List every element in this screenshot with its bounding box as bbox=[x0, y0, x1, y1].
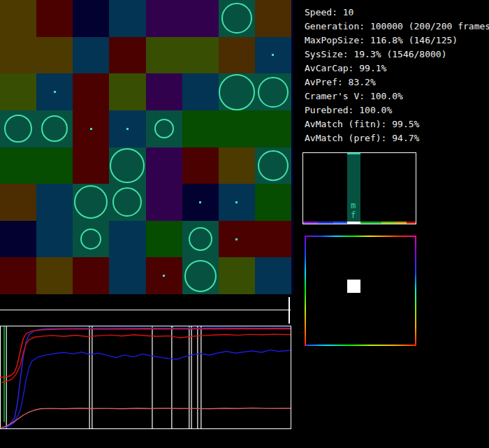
grid-cell bbox=[109, 184, 145, 221]
grid-cell bbox=[146, 73, 182, 110]
grid-cell bbox=[219, 37, 255, 74]
grid-cell bbox=[109, 37, 145, 74]
population-bar: m f bbox=[347, 153, 360, 222]
organism-dot bbox=[126, 128, 129, 130]
trait-hue-strip bbox=[303, 222, 416, 224]
population-marker-square bbox=[347, 280, 360, 293]
organism-dot bbox=[272, 54, 274, 56]
grid-cell bbox=[0, 73, 36, 110]
grid-cell bbox=[146, 147, 182, 185]
grid-cell bbox=[73, 110, 109, 147]
grid-cell bbox=[182, 147, 219, 185]
simulation-world-grid[interactable] bbox=[0, 0, 291, 294]
grid-cell bbox=[36, 37, 73, 74]
organism-circle bbox=[154, 119, 174, 138]
grid-cell bbox=[182, 257, 219, 294]
hue-strip-segment bbox=[381, 222, 396, 224]
stat-line: Speed: 10 bbox=[305, 6, 486, 20]
organism-circle bbox=[219, 74, 255, 110]
grid-cell bbox=[219, 73, 255, 110]
hue-border-right bbox=[415, 236, 416, 346]
grid-cell bbox=[36, 257, 73, 294]
organism-dot bbox=[199, 201, 201, 203]
grid-cell bbox=[219, 110, 255, 147]
hue-strip-segment bbox=[360, 222, 381, 224]
grid-cell bbox=[255, 147, 291, 185]
stat-line: AvMatch (pref): 94.7% bbox=[305, 131, 486, 145]
grid-cell bbox=[182, 110, 219, 147]
grid-cell bbox=[182, 0, 219, 37]
grid-cell bbox=[73, 257, 109, 294]
grid-cell bbox=[109, 221, 145, 258]
stats-panel: Speed: 10Generation: 100000 (200/200 fra… bbox=[305, 6, 486, 145]
grid-cell bbox=[255, 221, 291, 258]
grid-cell bbox=[73, 221, 109, 258]
organism-circle bbox=[74, 185, 108, 219]
organism-circle bbox=[221, 3, 252, 34]
grid-cell bbox=[0, 221, 36, 258]
population-bar-cap bbox=[347, 153, 360, 154]
frame-slider-track[interactable] bbox=[0, 310, 291, 310]
organism-dot bbox=[163, 275, 165, 277]
grid-cell bbox=[0, 147, 36, 185]
world-grid-edge-sliver bbox=[291, 0, 293, 294]
grid-cell bbox=[182, 73, 219, 110]
grid-cell bbox=[219, 184, 255, 221]
history-chart-plot bbox=[0, 326, 291, 430]
series-avmatch-fitn-blue bbox=[3, 328, 291, 427]
frame-slider-handle[interactable] bbox=[289, 297, 290, 324]
hue-border-left bbox=[305, 236, 306, 346]
grid-cell bbox=[109, 257, 145, 294]
grid-cell bbox=[36, 221, 73, 258]
series-syssize-pink bbox=[0, 408, 291, 428]
organism-circle bbox=[110, 148, 145, 183]
grid-cell bbox=[73, 184, 109, 221]
grid-cell bbox=[219, 0, 255, 37]
grid-cell bbox=[182, 37, 219, 74]
hue-strip-segment bbox=[333, 222, 347, 224]
stat-line: MaxPopSize: 116.8% (146/125) bbox=[305, 34, 486, 48]
grid-cell bbox=[255, 257, 291, 294]
grid-cell bbox=[146, 37, 182, 74]
grid-cell bbox=[146, 221, 182, 258]
grid-cell bbox=[146, 110, 182, 147]
organism-dot bbox=[235, 201, 238, 203]
grid-cell bbox=[73, 0, 109, 37]
grid-cell bbox=[182, 184, 219, 221]
grid-cell bbox=[255, 73, 291, 110]
grid-cell bbox=[36, 147, 73, 185]
hue-border-top bbox=[305, 236, 416, 237]
organism-circle bbox=[258, 150, 289, 181]
grid-cell bbox=[36, 73, 73, 110]
series-avmatch-pref-red bbox=[1, 334, 291, 382]
grid-cell bbox=[0, 37, 36, 74]
hue-strip-segment bbox=[347, 222, 360, 224]
grid-cell bbox=[146, 257, 182, 294]
history-chart bbox=[0, 326, 291, 430]
grid-cell bbox=[73, 147, 109, 185]
chart-frame bbox=[1, 326, 291, 429]
organism-circle bbox=[189, 227, 212, 251]
grid-cell bbox=[146, 0, 182, 37]
organism-dot bbox=[235, 238, 238, 240]
grid-cell bbox=[0, 0, 36, 37]
grid-cell bbox=[255, 184, 291, 221]
grid-cell bbox=[255, 0, 291, 37]
organism-circle bbox=[80, 229, 101, 250]
grid-cell bbox=[36, 110, 73, 147]
hue-strip-segment bbox=[303, 222, 318, 224]
stat-line: Cramer's V: 100.0% bbox=[305, 89, 486, 103]
grid-cell bbox=[182, 221, 219, 258]
grid-cell bbox=[73, 37, 109, 74]
grid-cell bbox=[219, 257, 255, 294]
stat-line: SysSize: 19.3% (1546/8000) bbox=[305, 48, 486, 62]
organism-circle bbox=[258, 77, 289, 108]
male-female-label: m f bbox=[347, 201, 360, 220]
organism-circle bbox=[112, 187, 142, 217]
organism-circle bbox=[41, 115, 68, 142]
grid-cell bbox=[73, 73, 109, 110]
grid-cell bbox=[255, 37, 291, 74]
organism-circle bbox=[184, 260, 217, 292]
grid-cell bbox=[255, 110, 291, 147]
stat-line: Purebred: 100.0% bbox=[305, 103, 486, 117]
